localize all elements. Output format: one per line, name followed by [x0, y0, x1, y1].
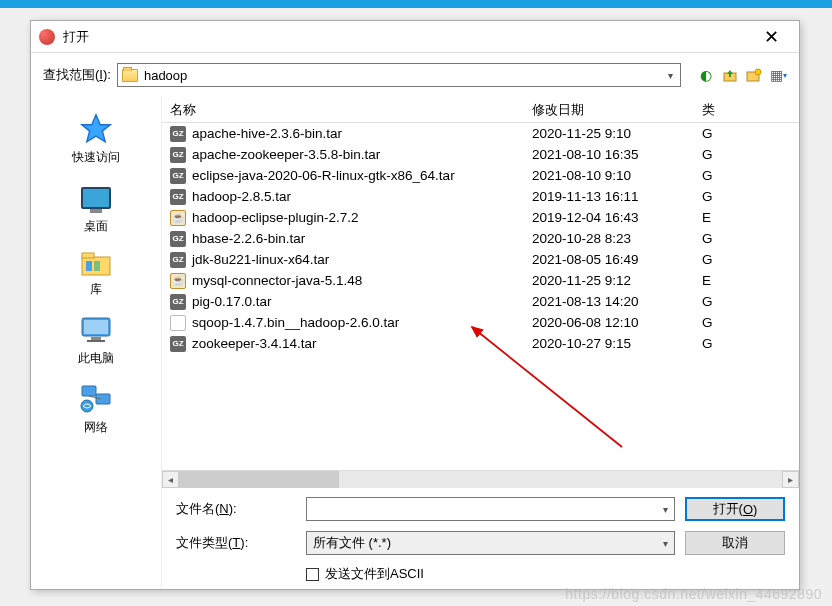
file-row[interactable]: GZhadoop-2.8.5.tar2019-11-13 16:11G: [162, 186, 799, 207]
place-this-pc[interactable]: 此电脑: [46, 306, 146, 375]
file-date-text: 2020-11-25 9:12: [532, 273, 702, 288]
chevron-down-icon[interactable]: ▾: [663, 504, 668, 515]
file-row[interactable]: GZzookeeper-3.4.14.tar2020-10-27 9:15G: [162, 333, 799, 354]
file-type-text: G: [702, 168, 799, 183]
window-top-accent: [0, 0, 832, 8]
column-headers: 名称 修改日期 类: [162, 97, 799, 123]
column-date[interactable]: 修改日期: [532, 101, 702, 119]
svg-rect-8: [84, 320, 108, 334]
open-file-dialog: 打开 ✕ 查找范围(I): hadoop ▾ ◐ ▦▾: [30, 20, 800, 590]
file-name-text: apache-zookeeper-3.5.8-bin.tar: [192, 147, 380, 162]
place-quick-access[interactable]: 快速访问: [46, 105, 146, 174]
gz-file-icon: GZ: [170, 147, 186, 163]
place-label: 网络: [84, 419, 108, 436]
scroll-right-button[interactable]: ▸: [782, 471, 799, 488]
lookin-label: 查找范围(I):: [43, 66, 111, 84]
gz-file-icon: GZ: [170, 336, 186, 352]
jar-file-icon: ☕: [170, 210, 186, 226]
lookin-row: 查找范围(I): hadoop ▾ ◐ ▦▾: [31, 53, 799, 97]
file-type-text: E: [702, 210, 799, 225]
place-network[interactable]: 网络: [46, 375, 146, 444]
filename-label: 文件名(N):: [176, 500, 296, 518]
open-button[interactable]: 打开(O): [685, 497, 785, 521]
column-name[interactable]: 名称: [162, 101, 532, 119]
file-listview[interactable]: 名称 修改日期 类 GZapache-hive-2.3.6-bin.tar202…: [162, 97, 799, 470]
place-libraries[interactable]: 库: [46, 243, 146, 306]
up-one-level-icon[interactable]: [721, 66, 739, 84]
filename-field[interactable]: [313, 502, 663, 517]
dialog-title: 打开: [63, 28, 751, 46]
place-label: 此电脑: [78, 350, 114, 367]
close-icon: ✕: [764, 26, 779, 48]
chevron-down-icon[interactable]: ▾: [663, 538, 668, 549]
chevron-down-icon[interactable]: ▾: [665, 70, 676, 81]
file-name-text: eclipse-java-2020-06-R-linux-gtk-x86_64.…: [192, 168, 455, 183]
file-name-text: hadoop-eclipse-plugin-2.7.2: [192, 210, 359, 225]
file-date-text: 2021-08-10 9:10: [532, 168, 702, 183]
svg-rect-4: [82, 253, 94, 258]
place-label: 库: [90, 281, 102, 298]
filetype-value: 所有文件 (*.*): [313, 534, 391, 552]
dialog-body: 快速访问 桌面 库 此电脑 网络: [31, 97, 799, 589]
file-row[interactable]: GZpig-0.17.0.tar2021-08-13 14:20G: [162, 291, 799, 312]
folder-icon: [122, 69, 138, 82]
column-type[interactable]: 类: [702, 101, 799, 119]
horizontal-scrollbar[interactable]: ◂ ▸: [162, 470, 799, 487]
gz-file-icon: GZ: [170, 294, 186, 310]
watermark: https://blog.csdn.net/weixin_44692890: [565, 586, 822, 602]
file-name-text: hbase-2.2.6-bin.tar: [192, 231, 305, 246]
file-row[interactable]: ☕mysql-connector-java-5.1.482020-11-25 9…: [162, 270, 799, 291]
lookin-combo[interactable]: hadoop ▾: [117, 63, 681, 87]
titlebar: 打开 ✕: [31, 21, 799, 53]
file-row[interactable]: ☕hadoop-eclipse-plugin-2.7.22019-12-04 1…: [162, 207, 799, 228]
file-row[interactable]: sqoop-1.4.7.bin__hadoop-2.6.0.tar2020-06…: [162, 312, 799, 333]
lookin-toolbar: ◐ ▦▾: [697, 66, 787, 84]
gz-file-icon: GZ: [170, 252, 186, 268]
close-button[interactable]: ✕: [751, 23, 791, 51]
scroll-thumb[interactable]: [179, 471, 339, 488]
places-sidebar: 快速访问 桌面 库 此电脑 网络: [31, 97, 161, 589]
file-name-text: zookeeper-3.4.14.tar: [192, 336, 317, 351]
app-icon: [39, 29, 55, 45]
svg-rect-12: [96, 394, 110, 404]
quick-access-icon: [78, 113, 114, 145]
file-rows: GZapache-hive-2.3.6-bin.tar2020-11-25 9:…: [162, 123, 799, 354]
filename-row: 文件名(N): ▾ 打开(O): [176, 497, 785, 521]
back-icon[interactable]: ◐: [697, 66, 715, 84]
file-name-text: apache-hive-2.3.6-bin.tar: [192, 126, 342, 141]
file-row[interactable]: GZapache-zookeeper-3.5.8-bin.tar2021-08-…: [162, 144, 799, 165]
new-folder-icon[interactable]: [745, 66, 763, 84]
file-date-text: 2020-10-28 8:23: [532, 231, 702, 246]
cancel-button[interactable]: 取消: [685, 531, 785, 555]
filename-input[interactable]: ▾: [306, 497, 675, 521]
file-type-text: G: [702, 231, 799, 246]
file-name-text: hadoop-2.8.5.tar: [192, 189, 291, 204]
ascii-checkbox[interactable]: [306, 568, 319, 581]
filetype-select[interactable]: 所有文件 (*.*) ▾: [306, 531, 675, 555]
gz-file-icon: GZ: [170, 189, 186, 205]
filetype-row: 文件类型(T): 所有文件 (*.*) ▾ 取消: [176, 531, 785, 555]
blank-file-icon: [170, 315, 186, 331]
file-date-text: 2021-08-13 14:20: [532, 294, 702, 309]
scroll-track[interactable]: [179, 471, 782, 488]
place-desktop[interactable]: 桌面: [46, 174, 146, 243]
libraries-icon: [80, 251, 112, 277]
network-icon: [78, 383, 114, 415]
file-date-text: 2021-08-05 16:49: [532, 252, 702, 267]
file-date-text: 2020-10-27 9:15: [532, 336, 702, 351]
file-row[interactable]: GZjdk-8u221-linux-x64.tar2021-08-05 16:4…: [162, 249, 799, 270]
svg-point-13: [81, 400, 93, 412]
svg-rect-11: [82, 386, 96, 396]
view-menu-icon[interactable]: ▦▾: [769, 66, 787, 84]
file-type-text: E: [702, 273, 799, 288]
scroll-left-button[interactable]: ◂: [162, 471, 179, 488]
file-row[interactable]: GZhbase-2.2.6-bin.tar2020-10-28 8:23G: [162, 228, 799, 249]
file-date-text: 2020-11-25 9:10: [532, 126, 702, 141]
file-row[interactable]: GZeclipse-java-2020-06-R-linux-gtk-x86_6…: [162, 165, 799, 186]
file-date-text: 2020-06-08 12:10: [532, 315, 702, 330]
svg-rect-9: [91, 337, 101, 340]
file-name-text: sqoop-1.4.7.bin__hadoop-2.6.0.tar: [192, 315, 399, 330]
lookin-folder-name: hadoop: [144, 68, 665, 83]
file-row[interactable]: GZapache-hive-2.3.6-bin.tar2020-11-25 9:…: [162, 123, 799, 144]
file-name-text: jdk-8u221-linux-x64.tar: [192, 252, 329, 267]
